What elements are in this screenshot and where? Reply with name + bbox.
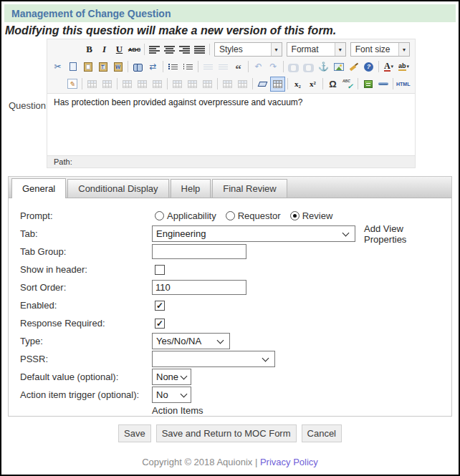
delete-cell-icon[interactable] bbox=[186, 77, 199, 91]
add-view-properties-link[interactable]: Add View Properties bbox=[364, 223, 446, 245]
privacy-policy-link[interactable]: Privacy Policy bbox=[260, 457, 318, 467]
show-in-header-checkbox[interactable] bbox=[155, 265, 165, 275]
text-color-icon[interactable]: A▾ bbox=[382, 60, 396, 74]
response-required-checkbox[interactable]: ✓ bbox=[155, 319, 165, 329]
sort-order-input[interactable] bbox=[152, 280, 246, 295]
align-justify-icon[interactable] bbox=[193, 43, 206, 57]
insert-cell-icon[interactable] bbox=[171, 77, 184, 91]
italic-icon[interactable]: I bbox=[97, 43, 111, 57]
table-properties-icon[interactable] bbox=[85, 77, 99, 91]
format-dropdown[interactable]: Format ▾ bbox=[287, 42, 346, 57]
window: Management of Change Question Modifying … bbox=[0, 0, 460, 476]
remove-format-eraser-icon[interactable] bbox=[256, 77, 269, 91]
align-center-icon[interactable] bbox=[163, 43, 176, 57]
tab-select[interactable]: Engineering bbox=[152, 225, 355, 242]
toolbar-separator bbox=[144, 44, 145, 55]
paste-from-word-icon[interactable]: W bbox=[111, 60, 125, 74]
fontsize-dropdown[interactable]: Font size ▾ bbox=[350, 42, 410, 57]
question-label: Question: bbox=[9, 100, 47, 111]
copyright-text: Copyright © 2018 Aquionix bbox=[142, 457, 252, 467]
default-value-select-value: None bbox=[156, 371, 178, 382]
enabled-checkbox[interactable]: ✓ bbox=[155, 301, 165, 311]
sort-order-row: Sort Order: bbox=[20, 278, 446, 296]
clean-formatting-icon[interactable] bbox=[347, 60, 360, 74]
edit-form-icon[interactable]: ✎ bbox=[65, 77, 79, 91]
bullet-list-icon[interactable] bbox=[166, 60, 180, 74]
pssr-select[interactable] bbox=[152, 351, 275, 367]
find-icon[interactable] bbox=[131, 60, 145, 74]
toolbar-separator bbox=[252, 78, 253, 89]
tab-final-review[interactable]: Final Review bbox=[212, 179, 287, 198]
paste-icon[interactable] bbox=[81, 60, 95, 74]
tab-strip: General Conditional Display Help Final R… bbox=[9, 177, 451, 198]
cut-icon[interactable]: ✂ bbox=[51, 60, 64, 74]
tab-help[interactable]: Help bbox=[171, 179, 211, 198]
styles-dropdown[interactable]: Styles ▾ bbox=[214, 42, 282, 57]
insert-table-icon[interactable] bbox=[271, 77, 284, 91]
editor-toolbar: B I U ABC Styles ▾ Format bbox=[47, 39, 415, 93]
radio-circle-selected-icon[interactable] bbox=[290, 211, 300, 220]
image-icon[interactable] bbox=[332, 60, 345, 74]
delete-table-icon[interactable] bbox=[100, 77, 114, 91]
insert-row-icon[interactable] bbox=[120, 77, 134, 91]
redo-icon[interactable]: ↷ bbox=[267, 60, 280, 74]
page-break-icon[interactable] bbox=[361, 77, 375, 91]
tab-panel: General Conditional Display Help Final R… bbox=[8, 176, 452, 417]
align-left-icon[interactable] bbox=[148, 43, 161, 57]
link-icon[interactable] bbox=[287, 60, 300, 74]
default-value-select[interactable]: None bbox=[152, 369, 191, 385]
copy-icon[interactable] bbox=[66, 60, 80, 74]
spellcheck-icon[interactable]: ABC✓ bbox=[341, 77, 355, 91]
radio-circle-icon[interactable] bbox=[226, 211, 235, 220]
cancel-button[interactable]: Cancel bbox=[302, 424, 342, 442]
radio-applicability[interactable]: Applicability bbox=[155, 210, 216, 221]
type-select[interactable]: Yes/No/NA bbox=[152, 333, 230, 349]
radio-requestor[interactable]: Requestor bbox=[226, 210, 281, 221]
action-item-trigger-select[interactable]: No bbox=[152, 387, 191, 403]
horizontal-rule-icon[interactable] bbox=[376, 77, 390, 91]
type-select-value: Yes/No/NA bbox=[156, 336, 201, 346]
undo-icon[interactable]: ↶ bbox=[251, 60, 265, 74]
strikethrough-icon[interactable]: ABC bbox=[128, 43, 141, 57]
tab-general[interactable]: General bbox=[11, 178, 66, 198]
superscript-icon[interactable]: x² bbox=[306, 77, 320, 91]
save-return-button[interactable]: Save and Return to MOC Form bbox=[156, 424, 297, 442]
unlink-icon[interactable] bbox=[302, 60, 315, 74]
dropdown-arrow-icon[interactable]: ▾ bbox=[335, 43, 345, 56]
outdent-icon[interactable] bbox=[201, 60, 215, 74]
radio-circle-icon[interactable] bbox=[155, 211, 164, 220]
question-editor-content[interactable]: Has protection been provided against ove… bbox=[47, 93, 415, 155]
prompt-radio-group: Applicability Requestor Review bbox=[155, 210, 332, 221]
radio-review[interactable]: Review bbox=[290, 210, 333, 221]
blockquote-icon[interactable]: “ bbox=[231, 63, 245, 77]
save-button[interactable]: Save bbox=[118, 424, 151, 442]
help-icon[interactable]: ? bbox=[362, 60, 375, 74]
numbered-list-icon[interactable] bbox=[181, 60, 195, 74]
toolbar-row-2: ✂ T W ⇄ “ ↶ ↷ bbox=[50, 58, 412, 75]
cell-properties-icon[interactable] bbox=[236, 77, 249, 91]
subscript-icon[interactable]: x₂ bbox=[291, 77, 305, 91]
dropdown-arrow-icon[interactable]: ▾ bbox=[398, 43, 409, 56]
action-item-trigger-select-value: No bbox=[156, 389, 168, 400]
paste-as-text-icon[interactable]: T bbox=[96, 60, 110, 74]
toolbar-separator bbox=[283, 61, 284, 72]
special-character-icon[interactable]: Ω bbox=[326, 77, 340, 91]
tab-group-input[interactable] bbox=[152, 244, 246, 259]
split-cell-icon[interactable] bbox=[221, 77, 234, 91]
insert-column-icon[interactable] bbox=[135, 77, 149, 91]
replace-icon[interactable]: ⇄ bbox=[146, 60, 160, 74]
footer-divider: | bbox=[252, 457, 260, 467]
anchor-icon[interactable]: ⚓ bbox=[317, 60, 330, 74]
dropdown-arrow-icon[interactable]: ▾ bbox=[271, 43, 282, 56]
action-items-link[interactable]: Action Items bbox=[152, 405, 203, 416]
highlight-color-icon[interactable]: ab▾ bbox=[397, 60, 411, 74]
merge-cells-icon[interactable] bbox=[201, 77, 214, 91]
bold-icon[interactable]: B bbox=[82, 43, 96, 57]
tab-conditional-display[interactable]: Conditional Display bbox=[67, 179, 168, 198]
underline-icon[interactable]: U bbox=[112, 43, 126, 57]
tab-label: Tab: bbox=[20, 228, 148, 239]
delete-row-icon[interactable] bbox=[150, 77, 164, 91]
html-source-icon[interactable]: HTML bbox=[396, 77, 410, 91]
indent-icon[interactable] bbox=[216, 60, 230, 74]
align-right-icon[interactable] bbox=[178, 43, 191, 57]
